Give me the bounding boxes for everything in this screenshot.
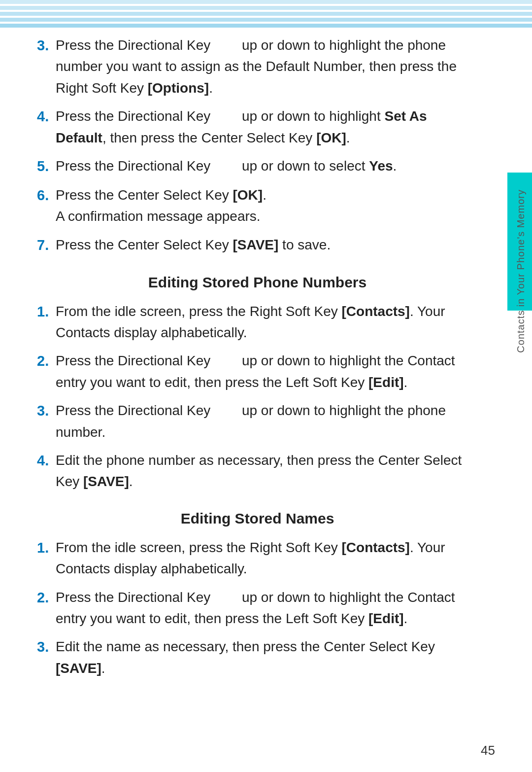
list-item: 1. From the idle screen, press the Right… (37, 537, 478, 580)
sidebar-label-text: Contacts in Your Phone's Memory (515, 189, 527, 353)
item-number: 5. (37, 155, 56, 177)
item-number: 3. (37, 636, 56, 658)
list-item: 2. Press the Directional Key up or down … (37, 350, 478, 393)
names-list: 1. From the idle screen, press the Right… (37, 537, 478, 679)
top-decoration (0, 0, 532, 30)
item-text: From the idle screen, press the Right So… (56, 301, 478, 344)
phone-numbers-list: 1. From the idle screen, press the Right… (37, 301, 478, 492)
list-item: 5. Press the Directional Key up or down … (37, 155, 478, 177)
sidebar-label-container: Contacts in Your Phone's Memory (509, 133, 532, 409)
list-item: 3. Edit the name as necessary, then pres… (37, 636, 478, 679)
item-number: 3. (37, 35, 56, 57)
item-text: Press the Directional Key up or down to … (56, 155, 478, 176)
item-text: Press the Center Select Key [OK]. A conf… (56, 184, 478, 227)
top-list: 3. Press the Directional Key up or down … (37, 35, 478, 256)
list-item: 3. Press the Directional Key up or down … (37, 400, 478, 443)
section-heading-names: Editing Stored Names (37, 510, 478, 527)
item-number: 1. (37, 301, 56, 323)
list-item: 7. Press the Center Select Key [SAVE] to… (37, 234, 478, 256)
item-number: 3. (37, 400, 56, 422)
item-number: 4. (37, 105, 56, 128)
list-item: 4. Edit the phone number as necessary, t… (37, 450, 478, 492)
page-number: 45 (481, 743, 495, 758)
list-item: 4. Press the Directional Key up or down … (37, 105, 478, 148)
item-text: Press the Directional Key up or down to … (56, 587, 478, 630)
item-text: Press the Directional Key up or down to … (56, 35, 478, 99)
item-text: Press the Directional Key up or down to … (56, 400, 478, 443)
section-heading-phone-numbers: Editing Stored Phone Numbers (37, 274, 478, 291)
item-text: Edit the phone number as necessary, then… (56, 450, 478, 492)
main-content: 3. Press the Directional Key up or down … (37, 35, 478, 742)
item-number: 4. (37, 450, 56, 472)
list-item: 6. Press the Center Select Key [OK]. A c… (37, 184, 478, 227)
item-number: 6. (37, 184, 56, 207)
item-text: Press the Directional Key up or down to … (56, 350, 478, 393)
item-text: Edit the name as necessary, then press t… (56, 636, 478, 679)
item-number: 7. (37, 234, 56, 256)
list-item: 2. Press the Directional Key up or down … (37, 587, 478, 630)
item-number: 2. (37, 587, 56, 609)
item-text: Press the Directional Key up or down to … (56, 105, 478, 148)
item-text: Press the Center Select Key [SAVE] to sa… (56, 234, 478, 255)
list-item: 1. From the idle screen, press the Right… (37, 301, 478, 344)
list-item: 3. Press the Directional Key up or down … (37, 35, 478, 99)
item-text: From the idle screen, press the Right So… (56, 537, 478, 580)
item-number: 2. (37, 350, 56, 372)
item-number: 1. (37, 537, 56, 559)
